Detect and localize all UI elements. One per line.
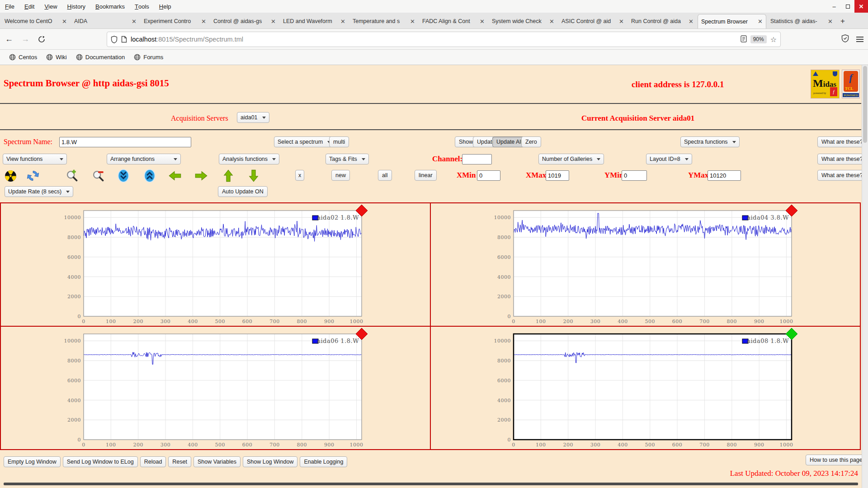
select-a-spectrum[interactable]: Select a spectrum <box>274 136 335 147</box>
tab-close-icon[interactable]: ✕ <box>408 18 415 25</box>
tab-close-icon[interactable]: ✕ <box>826 18 833 25</box>
tab-fadc-align-cont[interactable]: FADC Align & Cont✕ <box>419 14 488 28</box>
bookmark-wiki[interactable]: Wiki <box>42 50 71 65</box>
reload-button[interactable]: Reload <box>140 456 166 467</box>
arrow-up-icon[interactable] <box>222 168 235 183</box>
zoom-level-badge[interactable]: 90% <box>750 35 767 43</box>
reader-mode-icon[interactable] <box>741 35 747 44</box>
x-scale-button[interactable]: x <box>295 170 304 181</box>
forward-button[interactable]: → <box>18 32 33 47</box>
xmin-input[interactable] <box>477 170 500 181</box>
layout-id-select[interactable]: Layout ID=8 <box>646 154 692 164</box>
bookmark-forums[interactable]: Forums <box>129 50 168 65</box>
bookmark-star-icon[interactable]: ☆ <box>770 35 777 44</box>
reload-button[interactable] <box>34 32 49 47</box>
view-functions-select[interactable]: View functions <box>3 154 67 164</box>
tab-aida[interactable]: AIDA✕ <box>71 14 140 28</box>
linear-button[interactable]: linear <box>415 170 437 181</box>
acquisition-server-select[interactable]: aida01 <box>237 112 269 123</box>
url-text[interactable]: localhost:8015/Spectrum/Spectrum.tml <box>131 36 741 43</box>
scroll-down-icon[interactable] <box>117 168 130 183</box>
what-are-these-button-1[interactable]: What are these? <box>817 136 867 147</box>
protections-shield-icon[interactable] <box>841 34 849 44</box>
zero-button[interactable]: Zero <box>521 136 541 147</box>
tab-close-icon[interactable]: ✕ <box>686 18 693 25</box>
tab-close-icon[interactable]: ✕ <box>60 18 67 25</box>
menu-view[interactable]: View <box>39 0 62 13</box>
close-button[interactable]: ✕ <box>854 0 868 13</box>
arrow-down-icon[interactable] <box>247 168 260 183</box>
auto-update-button[interactable]: Auto Update ON <box>218 186 268 197</box>
tab-close-icon[interactable]: ✕ <box>755 18 763 25</box>
tab-statistics-aidas-[interactable]: Statistics @ aidas-✕ <box>767 14 836 28</box>
spectrum-plot[interactable]: 0100200300400500600700800900100002000400… <box>495 204 803 324</box>
what-are-these-button-2[interactable]: What are these? <box>817 154 867 164</box>
analysis-functions-select[interactable]: Analysis functions <box>219 154 279 164</box>
arrow-left-icon[interactable] <box>168 168 182 183</box>
scroll-up-icon[interactable] <box>143 168 156 183</box>
ymax-input[interactable] <box>708 170 741 181</box>
channel-input[interactable] <box>462 154 492 164</box>
refresh-icon[interactable] <box>26 168 40 183</box>
spectrum-plot[interactable]: 0100200300400500600700800900100002000400… <box>66 328 373 448</box>
tab-close-icon[interactable]: ✕ <box>129 18 137 25</box>
menu-bookmarks[interactable]: Bookmarks <box>90 0 130 13</box>
spectrum-plot[interactable]: 0100200300400500600700800900100002000400… <box>66 204 373 324</box>
menu-help[interactable]: Help <box>154 0 176 13</box>
spectrum-plot[interactable]: 0100200300400500600700800900100002000400… <box>495 328 803 448</box>
all-button[interactable]: all <box>378 170 392 181</box>
tab-close-icon[interactable]: ✕ <box>477 18 485 25</box>
tab-asic-control-aid[interactable]: ASIC Control @ aid✕ <box>558 14 627 28</box>
show-variables-button[interactable]: Show Variables <box>193 456 241 467</box>
send-log-window-to-elog-button[interactable]: Send Log Window to ELog <box>63 456 138 467</box>
tags-fits-select[interactable]: Tags & Fits <box>326 154 369 164</box>
new-button[interactable]: new <box>331 170 350 181</box>
tab-close-icon[interactable]: ✕ <box>617 18 624 25</box>
log-window-divider[interactable] <box>4 483 858 485</box>
maximize-button[interactable] <box>841 0 854 13</box>
tab-spectrum-browser[interactable]: Spectrum Browser✕ <box>698 14 766 28</box>
radiation-icon[interactable] <box>4 168 17 183</box>
ymin-input[interactable] <box>622 170 647 181</box>
enable-logging-button[interactable]: Enable Logging <box>300 456 347 467</box>
tab-close-icon[interactable]: ✕ <box>547 18 554 25</box>
multi-button[interactable]: multi <box>329 136 349 147</box>
arrow-right-icon[interactable] <box>194 168 208 183</box>
zoom-out-icon[interactable] <box>91 168 105 183</box>
menu-file[interactable]: File <box>0 0 19 13</box>
scrollbar-thumb[interactable] <box>863 66 867 143</box>
arrange-functions-select[interactable]: Arrange functions <box>107 154 181 164</box>
tab-system-wide-check[interactable]: System wide Check✕ <box>489 14 557 28</box>
reset-button[interactable]: Reset <box>168 456 191 467</box>
tab-close-icon[interactable]: ✕ <box>269 18 276 25</box>
tab-led-and-waveform[interactable]: LED and Waveform✕ <box>280 14 349 28</box>
tab-close-icon[interactable]: ✕ <box>199 18 206 25</box>
how-to-use-button[interactable]: How to use this page <box>806 455 867 465</box>
bookmark-centos[interactable]: Centos <box>5 50 42 65</box>
zoom-in-icon[interactable] <box>65 168 79 183</box>
menu-hamburger-icon[interactable] <box>856 37 863 42</box>
tab-temperature-and-s[interactable]: Temperature and s✕ <box>349 14 418 28</box>
update-rate-select[interactable]: Update Rate (8 secs) <box>5 186 73 197</box>
xmax-input[interactable] <box>546 170 569 181</box>
spectra-functions-select[interactable]: Spectra functions <box>680 136 740 147</box>
show-log-window-button[interactable]: Show Log Window <box>243 456 298 467</box>
url-bar[interactable]: localhost:8015/Spectrum/Spectrum.tml 90%… <box>107 32 781 47</box>
tab-welcome-to-cento[interactable]: Welcome to CentO✕ <box>1 14 70 28</box>
new-tab-button[interactable]: + <box>836 15 849 28</box>
back-button[interactable]: ← <box>2 32 16 47</box>
bookmark-documentation[interactable]: Documentation <box>71 50 129 65</box>
what-are-these-button-3[interactable]: What are these? <box>817 170 867 181</box>
tab-control-aidas-gs[interactable]: Control @ aidas-gs✕ <box>210 14 279 28</box>
number-of-galleries-select[interactable]: Number of Galleries <box>538 154 604 164</box>
spectrum-name-input[interactable] <box>59 137 191 147</box>
tab-run-control-aida[interactable]: Run Control @ aida✕ <box>628 14 697 28</box>
menu-edit[interactable]: Edit <box>19 0 39 13</box>
tab-close-icon[interactable]: ✕ <box>338 18 345 25</box>
tab-experiment-contro[interactable]: Experiment Contro✕ <box>141 14 209 28</box>
shield-icon[interactable] <box>111 36 118 43</box>
empty-log-window-button[interactable]: Empty Log Window <box>4 456 61 467</box>
menu-tools[interactable]: Tools <box>130 0 154 13</box>
menu-history[interactable]: History <box>62 0 90 13</box>
minimize-button[interactable]: – <box>827 0 841 13</box>
